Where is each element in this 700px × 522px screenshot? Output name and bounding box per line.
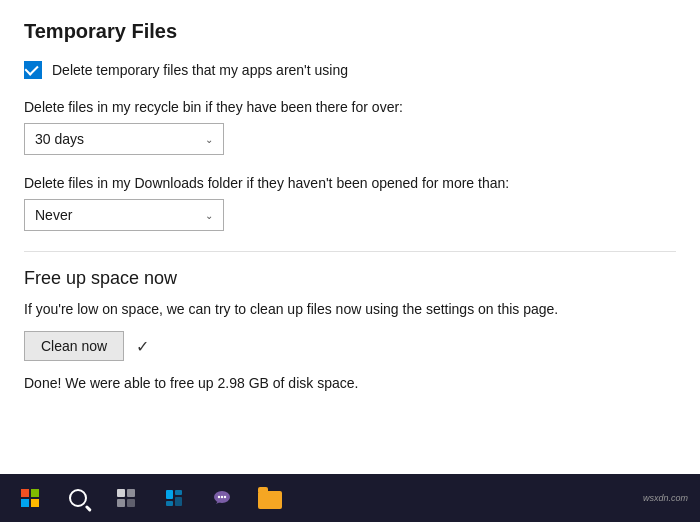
svg-rect-4 xyxy=(117,489,125,497)
main-content: Temporary Files Delete temporary files t… xyxy=(0,0,700,474)
free-space-description: If you're low on space, we can try to cl… xyxy=(24,301,676,317)
delete-temp-checkbox[interactable] xyxy=(24,61,42,79)
downloads-section: Delete files in my Downloads folder if t… xyxy=(24,175,676,231)
task-view-button[interactable] xyxy=(104,478,148,518)
delete-temp-files-row: Delete temporary files that my apps aren… xyxy=(24,61,676,79)
svg-rect-1 xyxy=(31,489,39,497)
delete-temp-label: Delete temporary files that my apps aren… xyxy=(52,62,348,78)
svg-rect-6 xyxy=(117,499,125,507)
svg-rect-11 xyxy=(175,497,182,506)
downloads-dropdown-value: Never xyxy=(35,207,72,223)
recyclebin-dropdown[interactable]: 30 days ⌄ xyxy=(24,123,224,155)
downloads-dropdown[interactable]: Never ⌄ xyxy=(24,199,224,231)
svg-rect-10 xyxy=(166,501,173,506)
recyclebin-dropdown-arrow: ⌄ xyxy=(205,134,213,145)
clean-now-row: Clean now ✓ xyxy=(24,331,676,361)
svg-point-14 xyxy=(221,496,223,498)
folder-icon xyxy=(258,487,282,509)
taskbar: wsxdn.com xyxy=(0,474,700,522)
svg-point-15 xyxy=(224,496,226,498)
widgets-button[interactable] xyxy=(152,478,196,518)
downloads-dropdown-arrow: ⌄ xyxy=(205,210,213,221)
start-button[interactable] xyxy=(8,478,52,518)
section-divider xyxy=(24,251,676,252)
svg-rect-9 xyxy=(175,490,182,495)
svg-rect-3 xyxy=(31,499,39,507)
recycle-bin-section: Delete files in my recycle bin if they h… xyxy=(24,99,676,155)
search-button[interactable] xyxy=(56,478,100,518)
recyclebin-dropdown-value: 30 days xyxy=(35,131,84,147)
watermark: wsxdn.com xyxy=(639,491,692,505)
free-space-title: Free up space now xyxy=(24,268,676,289)
chat-button[interactable] xyxy=(200,478,244,518)
page-title: Temporary Files xyxy=(24,20,676,43)
checkmark-icon: ✓ xyxy=(136,337,149,356)
svg-point-13 xyxy=(218,496,220,498)
downloads-label: Delete files in my Downloads folder if t… xyxy=(24,175,676,191)
clean-now-button[interactable]: Clean now xyxy=(24,331,124,361)
done-message: Done! We were able to free up 2.98 GB of… xyxy=(24,375,676,391)
svg-rect-8 xyxy=(166,490,173,499)
svg-rect-2 xyxy=(21,499,29,507)
file-explorer-button[interactable] xyxy=(248,478,292,518)
svg-rect-5 xyxy=(127,489,135,497)
svg-rect-0 xyxy=(21,489,29,497)
svg-rect-7 xyxy=(127,499,135,507)
recyclebin-label: Delete files in my recycle bin if they h… xyxy=(24,99,676,115)
